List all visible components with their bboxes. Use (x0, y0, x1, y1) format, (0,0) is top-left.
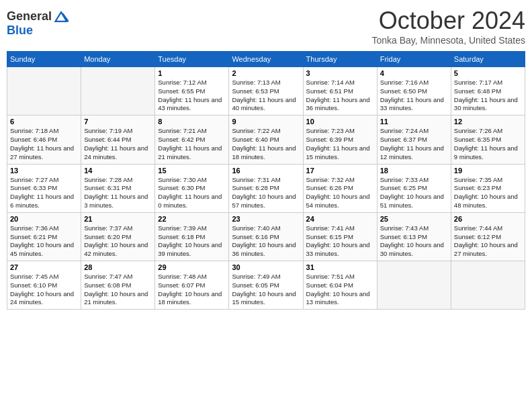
calendar-cell (451, 261, 525, 310)
day-number: 6 (10, 118, 78, 126)
calendar-cell: 28Sunrise: 7:47 AMSunset: 6:08 PMDayligh… (81, 261, 155, 310)
calendar-header-row: SundayMondayTuesdayWednesdayThursdayFrid… (7, 52, 525, 67)
calendar-week-row: 6Sunrise: 7:18 AMSunset: 6:46 PMDaylight… (7, 116, 525, 164)
location: Tonka Bay, Minnesota, United States (371, 35, 525, 46)
day-number: 22 (158, 215, 226, 223)
calendar-cell: 17Sunrise: 7:32 AMSunset: 6:26 PMDayligh… (303, 164, 377, 212)
day-number: 2 (232, 69, 300, 77)
calendar-cell: 11Sunrise: 7:24 AMSunset: 6:37 PMDayligh… (377, 116, 451, 164)
col-header-thursday: Thursday (303, 52, 377, 67)
calendar-week-row: 20Sunrise: 7:36 AMSunset: 6:21 PMDayligh… (7, 212, 525, 261)
cell-info: Sunrise: 7:32 AMSunset: 6:26 PMDaylight:… (306, 176, 374, 210)
calendar-cell: 27Sunrise: 7:45 AMSunset: 6:10 PMDayligh… (7, 261, 81, 310)
day-number: 11 (380, 118, 448, 126)
cell-info: Sunrise: 7:18 AMSunset: 6:46 PMDaylight:… (10, 127, 78, 161)
cell-info: Sunrise: 7:23 AMSunset: 6:39 PMDaylight:… (306, 127, 374, 161)
col-header-sunday: Sunday (7, 52, 81, 67)
cell-info: Sunrise: 7:14 AMSunset: 6:51 PMDaylight:… (306, 79, 374, 113)
svg-marker-1 (61, 13, 69, 21)
logo-icon (53, 11, 69, 23)
day-number: 14 (84, 167, 152, 175)
calendar-cell: 24Sunrise: 7:41 AMSunset: 6:15 PMDayligh… (303, 212, 377, 261)
day-number: 5 (454, 69, 522, 77)
title-area: October 2024 Tonka Bay, Minnesota, Unite… (371, 7, 525, 46)
calendar-cell: 19Sunrise: 7:35 AMSunset: 6:23 PMDayligh… (451, 164, 525, 212)
calendar-cell: 26Sunrise: 7:44 AMSunset: 6:12 PMDayligh… (451, 212, 525, 261)
day-number: 16 (232, 167, 300, 175)
calendar-cell: 30Sunrise: 7:49 AMSunset: 6:05 PMDayligh… (229, 261, 303, 310)
cell-info: Sunrise: 7:44 AMSunset: 6:12 PMDaylight:… (454, 224, 522, 259)
cell-info: Sunrise: 7:28 AMSunset: 6:31 PMDaylight:… (84, 176, 152, 210)
calendar-cell: 31Sunrise: 7:51 AMSunset: 6:04 PMDayligh… (303, 261, 377, 310)
cell-info: Sunrise: 7:30 AMSunset: 6:30 PMDaylight:… (158, 176, 226, 210)
day-number: 27 (10, 263, 78, 271)
cell-info: Sunrise: 7:43 AMSunset: 6:13 PMDaylight:… (380, 224, 448, 259)
calendar-week-row: 1Sunrise: 7:12 AMSunset: 6:55 PMDaylight… (7, 67, 525, 116)
day-number: 23 (232, 215, 300, 223)
calendar-week-row: 13Sunrise: 7:27 AMSunset: 6:33 PMDayligh… (7, 164, 525, 212)
day-number: 30 (232, 263, 300, 271)
cell-info: Sunrise: 7:31 AMSunset: 6:28 PMDaylight:… (232, 176, 300, 210)
calendar-cell: 14Sunrise: 7:28 AMSunset: 6:31 PMDayligh… (81, 164, 155, 212)
logo-blue: Blue (7, 24, 33, 37)
cell-info: Sunrise: 7:17 AMSunset: 6:48 PMDaylight:… (454, 79, 522, 113)
calendar-cell: 9Sunrise: 7:22 AMSunset: 6:40 PMDaylight… (229, 116, 303, 164)
calendar-table: SundayMondayTuesdayWednesdayThursdayFrid… (7, 51, 525, 310)
calendar-cell: 16Sunrise: 7:31 AMSunset: 6:28 PMDayligh… (229, 164, 303, 212)
cell-info: Sunrise: 7:40 AMSunset: 6:16 PMDaylight:… (232, 224, 300, 259)
calendar-cell: 21Sunrise: 7:37 AMSunset: 6:20 PMDayligh… (81, 212, 155, 261)
day-number: 26 (454, 215, 522, 223)
calendar-cell: 22Sunrise: 7:39 AMSunset: 6:18 PMDayligh… (155, 212, 229, 261)
page-header: General Blue October 2024 Tonka Bay, Min… (7, 7, 525, 46)
cell-info: Sunrise: 7:37 AMSunset: 6:20 PMDaylight:… (84, 224, 152, 259)
cell-info: Sunrise: 7:21 AMSunset: 6:42 PMDaylight:… (158, 127, 226, 161)
day-number: 21 (84, 215, 152, 223)
day-number: 19 (454, 167, 522, 175)
col-header-tuesday: Tuesday (155, 52, 229, 67)
day-number: 13 (10, 167, 78, 175)
cell-info: Sunrise: 7:48 AMSunset: 6:07 PMDaylight:… (158, 273, 226, 307)
cell-info: Sunrise: 7:19 AMSunset: 6:44 PMDaylight:… (84, 127, 152, 161)
calendar-week-row: 27Sunrise: 7:45 AMSunset: 6:10 PMDayligh… (7, 261, 525, 310)
cell-info: Sunrise: 7:33 AMSunset: 6:25 PMDaylight:… (380, 176, 448, 210)
cell-info: Sunrise: 7:39 AMSunset: 6:18 PMDaylight:… (158, 224, 226, 259)
calendar-cell (7, 67, 81, 116)
day-number: 28 (84, 263, 152, 271)
cell-info: Sunrise: 7:26 AMSunset: 6:35 PMDaylight:… (454, 127, 522, 161)
cell-info: Sunrise: 7:36 AMSunset: 6:21 PMDaylight:… (10, 224, 78, 259)
day-number: 1 (158, 69, 226, 77)
calendar-cell: 15Sunrise: 7:30 AMSunset: 6:30 PMDayligh… (155, 164, 229, 212)
day-number: 31 (306, 263, 374, 271)
cell-info: Sunrise: 7:22 AMSunset: 6:40 PMDaylight:… (232, 127, 300, 161)
calendar-cell: 25Sunrise: 7:43 AMSunset: 6:13 PMDayligh… (377, 212, 451, 261)
calendar-cell: 6Sunrise: 7:18 AMSunset: 6:46 PMDaylight… (7, 116, 81, 164)
calendar-cell: 7Sunrise: 7:19 AMSunset: 6:44 PMDaylight… (81, 116, 155, 164)
day-number: 24 (306, 215, 374, 223)
logo: General Blue (7, 9, 69, 38)
day-number: 4 (380, 69, 448, 77)
cell-info: Sunrise: 7:13 AMSunset: 6:53 PMDaylight:… (232, 79, 300, 113)
cell-info: Sunrise: 7:49 AMSunset: 6:05 PMDaylight:… (232, 273, 300, 307)
logo-general: General (7, 9, 52, 24)
day-number: 8 (158, 118, 226, 126)
cell-info: Sunrise: 7:27 AMSunset: 6:33 PMDaylight:… (10, 176, 78, 210)
calendar-cell (377, 261, 451, 310)
calendar-cell: 4Sunrise: 7:16 AMSunset: 6:50 PMDaylight… (377, 67, 451, 116)
day-number: 25 (380, 215, 448, 223)
cell-info: Sunrise: 7:16 AMSunset: 6:50 PMDaylight:… (380, 79, 448, 113)
cell-info: Sunrise: 7:24 AMSunset: 6:37 PMDaylight:… (380, 127, 448, 161)
calendar-cell: 23Sunrise: 7:40 AMSunset: 6:16 PMDayligh… (229, 212, 303, 261)
day-number: 9 (232, 118, 300, 126)
day-number: 18 (380, 167, 448, 175)
col-header-monday: Monday (81, 52, 155, 67)
calendar-cell: 1Sunrise: 7:12 AMSunset: 6:55 PMDaylight… (155, 67, 229, 116)
day-number: 12 (454, 118, 522, 126)
month-title: October 2024 (371, 7, 525, 35)
cell-info: Sunrise: 7:51 AMSunset: 6:04 PMDaylight:… (306, 273, 374, 307)
col-header-saturday: Saturday (451, 52, 525, 67)
calendar-cell: 8Sunrise: 7:21 AMSunset: 6:42 PMDaylight… (155, 116, 229, 164)
cell-info: Sunrise: 7:12 AMSunset: 6:55 PMDaylight:… (158, 79, 226, 113)
calendar-cell: 5Sunrise: 7:17 AMSunset: 6:48 PMDaylight… (451, 67, 525, 116)
day-number: 3 (306, 69, 374, 77)
col-header-wednesday: Wednesday (229, 52, 303, 67)
